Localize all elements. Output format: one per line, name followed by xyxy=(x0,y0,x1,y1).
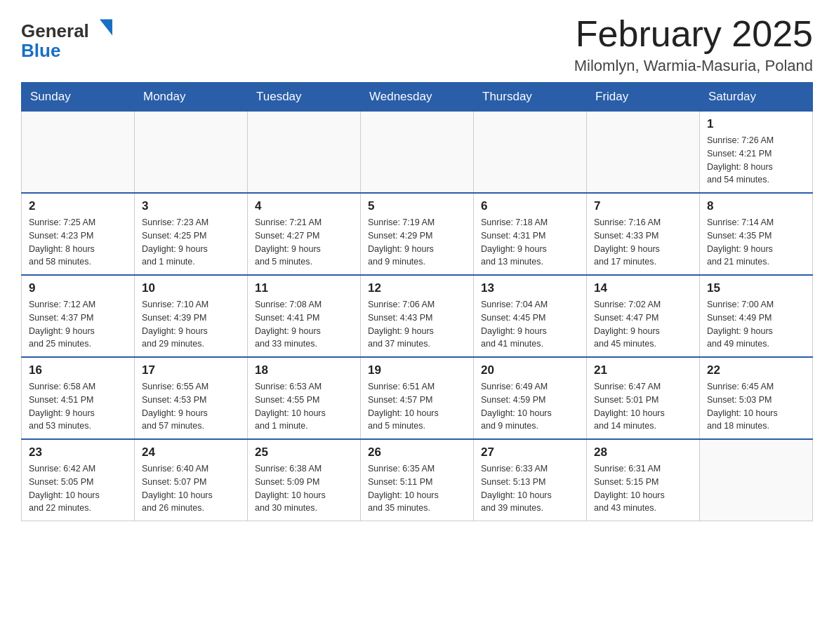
day-info: Sunrise: 7:10 AM Sunset: 4:39 PM Dayligh… xyxy=(142,298,240,351)
table-row: 4Sunrise: 7:21 AM Sunset: 4:27 PM Daylig… xyxy=(248,193,361,275)
day-info: Sunrise: 7:14 AM Sunset: 4:35 PM Dayligh… xyxy=(707,216,805,269)
table-row: 27Sunrise: 6:33 AM Sunset: 5:13 PM Dayli… xyxy=(474,439,587,521)
header-monday: Monday xyxy=(135,83,248,112)
table-row: 16Sunrise: 6:58 AM Sunset: 4:51 PM Dayli… xyxy=(22,357,135,439)
table-row: 2Sunrise: 7:25 AM Sunset: 4:23 PM Daylig… xyxy=(22,193,135,275)
table-row: 17Sunrise: 6:55 AM Sunset: 4:53 PM Dayli… xyxy=(135,357,248,439)
logo-svg: General Blue xyxy=(21,14,112,63)
table-row xyxy=(22,112,135,194)
day-number: 3 xyxy=(142,199,240,213)
header-thursday: Thursday xyxy=(474,83,587,112)
table-row xyxy=(700,439,813,521)
calendar-week-row: 23Sunrise: 6:42 AM Sunset: 5:05 PM Dayli… xyxy=(22,439,813,521)
title-block: February 2025 Milomlyn, Warmia-Masuria, … xyxy=(574,14,813,75)
weekday-header-row: Sunday Monday Tuesday Wednesday Thursday… xyxy=(22,83,813,112)
day-info: Sunrise: 6:51 AM Sunset: 4:57 PM Dayligh… xyxy=(368,380,466,433)
table-row: 23Sunrise: 6:42 AM Sunset: 5:05 PM Dayli… xyxy=(22,439,135,521)
table-row: 20Sunrise: 6:49 AM Sunset: 4:59 PM Dayli… xyxy=(474,357,587,439)
table-row: 15Sunrise: 7:00 AM Sunset: 4:49 PM Dayli… xyxy=(700,275,813,357)
day-number: 6 xyxy=(481,199,579,213)
table-row xyxy=(361,112,474,194)
day-number: 7 xyxy=(594,199,692,213)
day-info: Sunrise: 7:25 AM Sunset: 4:23 PM Dayligh… xyxy=(29,216,127,269)
day-number: 28 xyxy=(594,445,692,459)
table-row: 12Sunrise: 7:06 AM Sunset: 4:43 PM Dayli… xyxy=(361,275,474,357)
day-number: 19 xyxy=(368,363,466,377)
table-row: 13Sunrise: 7:04 AM Sunset: 4:45 PM Dayli… xyxy=(474,275,587,357)
day-number: 16 xyxy=(29,363,127,377)
table-row: 28Sunrise: 6:31 AM Sunset: 5:15 PM Dayli… xyxy=(587,439,700,521)
table-row: 22Sunrise: 6:45 AM Sunset: 5:03 PM Dayli… xyxy=(700,357,813,439)
day-info: Sunrise: 6:35 AM Sunset: 5:11 PM Dayligh… xyxy=(368,462,466,515)
day-info: Sunrise: 7:23 AM Sunset: 4:25 PM Dayligh… xyxy=(142,216,240,269)
day-number: 12 xyxy=(368,281,466,295)
table-row: 5Sunrise: 7:19 AM Sunset: 4:29 PM Daylig… xyxy=(361,193,474,275)
day-info: Sunrise: 6:58 AM Sunset: 4:51 PM Dayligh… xyxy=(29,380,127,433)
day-number: 4 xyxy=(255,199,353,213)
table-row xyxy=(474,112,587,194)
day-info: Sunrise: 6:42 AM Sunset: 5:05 PM Dayligh… xyxy=(29,462,127,515)
page-header: General Blue February 2025 Milomlyn, War… xyxy=(21,14,813,75)
day-info: Sunrise: 6:31 AM Sunset: 5:15 PM Dayligh… xyxy=(594,462,692,515)
day-number: 23 xyxy=(29,445,127,459)
day-number: 8 xyxy=(707,199,805,213)
day-info: Sunrise: 6:55 AM Sunset: 4:53 PM Dayligh… xyxy=(142,380,240,433)
table-row: 6Sunrise: 7:18 AM Sunset: 4:31 PM Daylig… xyxy=(474,193,587,275)
svg-text:Blue: Blue xyxy=(21,40,60,61)
day-number: 11 xyxy=(255,281,353,295)
header-saturday: Saturday xyxy=(700,83,813,112)
svg-text:General: General xyxy=(21,20,89,41)
day-info: Sunrise: 7:19 AM Sunset: 4:29 PM Dayligh… xyxy=(368,216,466,269)
calendar-table: Sunday Monday Tuesday Wednesday Thursday… xyxy=(21,82,813,521)
day-number: 22 xyxy=(707,363,805,377)
table-row: 11Sunrise: 7:08 AM Sunset: 4:41 PM Dayli… xyxy=(248,275,361,357)
day-info: Sunrise: 7:08 AM Sunset: 4:41 PM Dayligh… xyxy=(255,298,353,351)
day-number: 15 xyxy=(707,281,805,295)
day-number: 25 xyxy=(255,445,353,459)
header-friday: Friday xyxy=(587,83,700,112)
table-row: 3Sunrise: 7:23 AM Sunset: 4:25 PM Daylig… xyxy=(135,193,248,275)
day-info: Sunrise: 7:21 AM Sunset: 4:27 PM Dayligh… xyxy=(255,216,353,269)
day-info: Sunrise: 6:47 AM Sunset: 5:01 PM Dayligh… xyxy=(594,380,692,433)
table-row: 9Sunrise: 7:12 AM Sunset: 4:37 PM Daylig… xyxy=(22,275,135,357)
day-info: Sunrise: 6:40 AM Sunset: 5:07 PM Dayligh… xyxy=(142,462,240,515)
header-sunday: Sunday xyxy=(22,83,135,112)
calendar-week-row: 2Sunrise: 7:25 AM Sunset: 4:23 PM Daylig… xyxy=(22,193,813,275)
day-info: Sunrise: 7:18 AM Sunset: 4:31 PM Dayligh… xyxy=(481,216,579,269)
table-row xyxy=(248,112,361,194)
day-number: 1 xyxy=(707,117,805,131)
day-info: Sunrise: 7:26 AM Sunset: 4:21 PM Dayligh… xyxy=(707,134,805,187)
day-info: Sunrise: 7:02 AM Sunset: 4:47 PM Dayligh… xyxy=(594,298,692,351)
day-info: Sunrise: 6:33 AM Sunset: 5:13 PM Dayligh… xyxy=(481,462,579,515)
day-info: Sunrise: 6:53 AM Sunset: 4:55 PM Dayligh… xyxy=(255,380,353,433)
header-wednesday: Wednesday xyxy=(361,83,474,112)
table-row: 10Sunrise: 7:10 AM Sunset: 4:39 PM Dayli… xyxy=(135,275,248,357)
day-info: Sunrise: 6:45 AM Sunset: 5:03 PM Dayligh… xyxy=(707,380,805,433)
day-number: 26 xyxy=(368,445,466,459)
day-number: 10 xyxy=(142,281,240,295)
day-number: 17 xyxy=(142,363,240,377)
day-number: 24 xyxy=(142,445,240,459)
day-info: Sunrise: 6:38 AM Sunset: 5:09 PM Dayligh… xyxy=(255,462,353,515)
day-info: Sunrise: 7:12 AM Sunset: 4:37 PM Dayligh… xyxy=(29,298,127,351)
table-row: 25Sunrise: 6:38 AM Sunset: 5:09 PM Dayli… xyxy=(248,439,361,521)
table-row: 8Sunrise: 7:14 AM Sunset: 4:35 PM Daylig… xyxy=(700,193,813,275)
day-number: 20 xyxy=(481,363,579,377)
table-row: 7Sunrise: 7:16 AM Sunset: 4:33 PM Daylig… xyxy=(587,193,700,275)
table-row: 1Sunrise: 7:26 AM Sunset: 4:21 PM Daylig… xyxy=(700,112,813,194)
table-row: 21Sunrise: 6:47 AM Sunset: 5:01 PM Dayli… xyxy=(587,357,700,439)
table-row: 26Sunrise: 6:35 AM Sunset: 5:11 PM Dayli… xyxy=(361,439,474,521)
svg-marker-1 xyxy=(100,20,112,36)
table-row xyxy=(587,112,700,194)
logo: General Blue xyxy=(21,14,112,63)
day-info: Sunrise: 7:04 AM Sunset: 4:45 PM Dayligh… xyxy=(481,298,579,351)
table-row: 18Sunrise: 6:53 AM Sunset: 4:55 PM Dayli… xyxy=(248,357,361,439)
day-info: Sunrise: 7:06 AM Sunset: 4:43 PM Dayligh… xyxy=(368,298,466,351)
calendar-week-row: 9Sunrise: 7:12 AM Sunset: 4:37 PM Daylig… xyxy=(22,275,813,357)
day-number: 27 xyxy=(481,445,579,459)
day-number: 5 xyxy=(368,199,466,213)
table-row: 14Sunrise: 7:02 AM Sunset: 4:47 PM Dayli… xyxy=(587,275,700,357)
table-row: 24Sunrise: 6:40 AM Sunset: 5:07 PM Dayli… xyxy=(135,439,248,521)
table-row xyxy=(135,112,248,194)
location: Milomlyn, Warmia-Masuria, Poland xyxy=(574,57,813,75)
